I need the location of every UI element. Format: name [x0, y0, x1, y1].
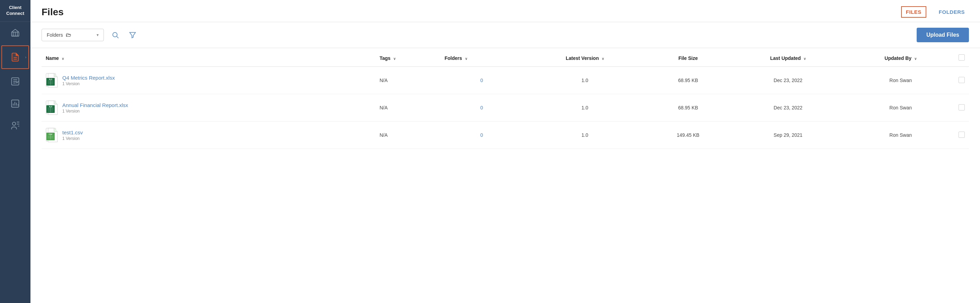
file-name-link[interactable]: Annual Financial Report.xlsx — [62, 102, 128, 108]
file-latest-version: 1.0 — [523, 67, 647, 94]
table-row: XLS Annual Financial Report.xlsx 1 Versi… — [41, 94, 969, 121]
file-select-cell — [955, 94, 969, 121]
files-table: Name ∨ Tags ∨ Folders ∨ Latest Version ∨ — [41, 48, 969, 149]
table-header-row: Name ∨ Tags ∨ Folders ∨ Latest Version ∨ — [41, 48, 969, 67]
table-row: XLS Q4 Metrics Report.xlsx 1 Version N/A… — [41, 67, 969, 94]
page-header: Files FILES FOLDERS — [30, 0, 980, 22]
file-tags: N/A — [375, 94, 440, 121]
tab-folders[interactable]: FOLDERS — [935, 7, 969, 17]
folder-count-link[interactable]: 0 — [480, 105, 483, 110]
file-name-link[interactable]: test1.csv — [62, 129, 83, 136]
sidebar-item-reports[interactable] — [0, 92, 30, 115]
th-select — [955, 48, 969, 67]
file-name-cell: CSV test1.csv 1 Version — [41, 121, 375, 149]
file-updated-by: Ron Swan — [847, 121, 955, 149]
main-content: Files FILES FOLDERS Folders 🗁 ▾ — [30, 0, 980, 303]
files-icon — [10, 52, 20, 62]
th-updated-by[interactable]: Updated By ∨ — [847, 48, 955, 67]
file-checkbox[interactable] — [959, 104, 965, 110]
folder-count-link[interactable]: 0 — [480, 132, 483, 138]
th-last-updated[interactable]: Last Updated ∨ — [729, 48, 847, 67]
th-folders[interactable]: Folders ∨ — [440, 48, 523, 67]
search-button[interactable] — [110, 29, 121, 41]
table-row: CSV test1.csv 1 Version N/A 0 1.0 149.45… — [41, 121, 969, 149]
sort-icon-updatedby: ∨ — [914, 57, 916, 61]
filter-button[interactable] — [127, 29, 138, 41]
sort-icon-folders: ∨ — [465, 57, 467, 61]
sidebar-item-contacts[interactable] — [0, 115, 30, 137]
app-logo: Client Connect — [0, 0, 30, 22]
th-tags[interactable]: Tags ∨ — [375, 48, 440, 67]
sidebar-item-files[interactable]: › — [2, 45, 29, 69]
upload-files-button[interactable]: Upload Files — [916, 28, 969, 42]
folder-select-label: Folders — [47, 32, 63, 38]
svg-line-21 — [117, 37, 118, 38]
th-latest-version[interactable]: Latest Version ∨ — [523, 48, 647, 67]
xlsx-file-icon: XLS — [46, 100, 58, 115]
sort-icon-name: ∨ — [62, 57, 64, 61]
sort-icon-tags: ∨ — [393, 57, 396, 61]
file-name-cell: XLS Q4 Metrics Report.xlsx 1 Version — [41, 67, 375, 94]
files-table-container: Name ∨ Tags ∨ Folders ∨ Latest Version ∨ — [30, 48, 980, 303]
file-size: 68.95 KB — [647, 67, 729, 94]
file-updated-by: Ron Swan — [847, 67, 955, 94]
file-version-label: 1 Version — [62, 109, 128, 113]
file-latest-version: 1.0 — [523, 94, 647, 121]
file-size: 149.45 KB — [647, 121, 729, 149]
file-last-updated: Dec 23, 2022 — [729, 94, 847, 121]
svg-marker-22 — [130, 33, 136, 38]
file-last-updated: Dec 23, 2022 — [729, 67, 847, 94]
file-tags: N/A — [375, 121, 440, 149]
tasks-icon — [10, 77, 20, 86]
file-checkbox[interactable] — [959, 132, 965, 138]
file-select-cell — [955, 67, 969, 94]
file-last-updated: Sep 29, 2021 — [729, 121, 847, 149]
page-title: Files — [41, 6, 64, 18]
chevron-down-icon: ▾ — [97, 33, 99, 37]
xlsx-file-icon: XLS — [46, 73, 58, 88]
folder-count-link[interactable]: 0 — [480, 78, 483, 83]
sidebar: Client Connect › — [0, 0, 30, 303]
toolbar: Folders 🗁 ▾ Upload Files — [30, 22, 980, 48]
sidebar-item-bank[interactable] — [0, 22, 30, 44]
file-latest-version: 1.0 — [523, 121, 647, 149]
file-folders: 0 — [440, 67, 523, 94]
folder-icon: 🗁 — [66, 32, 71, 38]
reports-icon — [10, 99, 20, 108]
filter-icon — [129, 31, 137, 39]
sidebar-item-tasks[interactable] — [0, 70, 30, 92]
search-icon — [111, 31, 119, 39]
file-folders: 0 — [440, 121, 523, 149]
th-name[interactable]: Name ∨ — [41, 48, 375, 67]
toolbar-left: Folders 🗁 ▾ — [41, 29, 138, 41]
svg-rect-11 — [12, 100, 19, 107]
bank-icon — [10, 28, 20, 38]
folder-filter-select[interactable]: Folders 🗁 ▾ — [41, 29, 104, 41]
sort-icon-updated: ∨ — [803, 57, 806, 61]
chevron-right-icon: › — [25, 55, 26, 59]
file-name-cell: XLS Annual Financial Report.xlsx 1 Versi… — [41, 94, 375, 121]
file-version-label: 1 Version — [62, 81, 115, 86]
file-size: 68.95 KB — [647, 94, 729, 121]
svg-point-20 — [113, 33, 117, 37]
tab-files[interactable]: FILES — [901, 6, 926, 18]
csv-file-icon: CSV — [46, 128, 58, 142]
th-file-size: File Size — [647, 48, 729, 67]
file-folders: 0 — [440, 94, 523, 121]
svg-point-16 — [13, 122, 16, 125]
file-name-link[interactable]: Q4 Metrics Report.xlsx — [62, 75, 115, 81]
select-all-checkbox[interactable] — [959, 54, 965, 61]
file-updated-by: Ron Swan — [847, 94, 955, 121]
file-tags: N/A — [375, 67, 440, 94]
file-select-cell — [955, 121, 969, 149]
file-checkbox[interactable] — [959, 77, 965, 83]
header-tabs: FILES FOLDERS — [901, 6, 969, 18]
file-version-label: 1 Version — [62, 136, 83, 141]
sort-icon-version: ∨ — [601, 57, 604, 61]
contacts-icon — [10, 121, 20, 131]
